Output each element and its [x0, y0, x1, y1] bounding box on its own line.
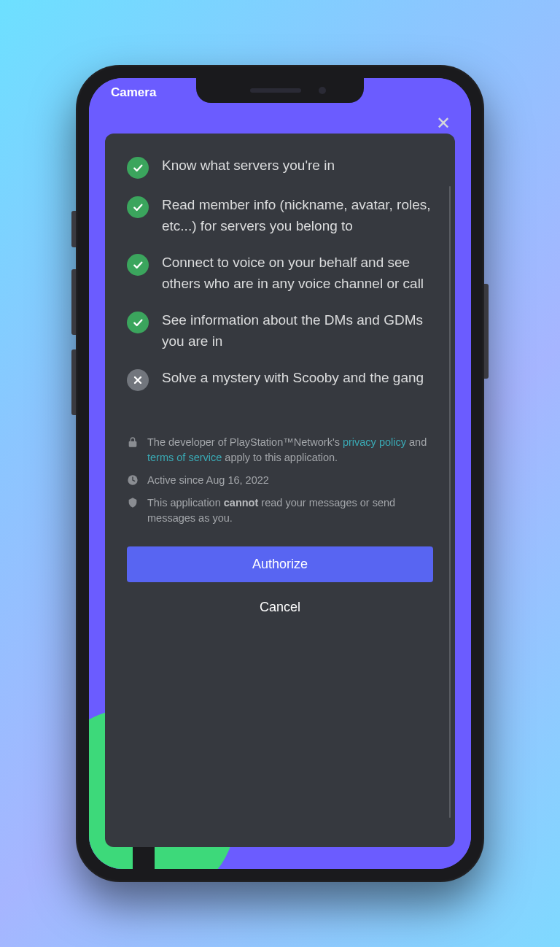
- permission-item: See information about the DMs and GDMs y…: [127, 310, 433, 352]
- close-icon[interactable]: ✕: [436, 113, 451, 134]
- policy-text: The developer of PlayStation™Network's p…: [147, 435, 433, 465]
- policy-mid: and: [406, 436, 427, 448]
- permission-item: Solve a mystery with Scooby and the gang: [127, 368, 433, 391]
- phone-side-button: [71, 269, 76, 335]
- phone-frame: Camera ✕ Know what servers you're in Rea…: [76, 65, 484, 882]
- permission-text: Know what servers you're in: [162, 155, 433, 177]
- permission-text: See information about the DMs and GDMs y…: [162, 310, 433, 352]
- active-text: Active since Aug 16, 2022: [147, 473, 433, 488]
- x-icon: [127, 369, 149, 391]
- check-icon: [127, 254, 149, 276]
- cancel-button[interactable]: Cancel: [127, 590, 433, 625]
- permission-text: Connect to voice on your behalf and see …: [162, 252, 433, 294]
- phone-screen: Camera ✕ Know what servers you're in Rea…: [89, 78, 471, 869]
- header-title: Camera: [111, 85, 156, 100]
- phone-notch: [196, 78, 364, 103]
- privacy-policy-link[interactable]: privacy policy: [343, 436, 406, 448]
- security-prefix: This application: [147, 497, 224, 509]
- scrollbar[interactable]: [449, 186, 451, 818]
- button-group: Authorize Cancel: [127, 546, 433, 625]
- permission-text: Solve a mystery with Scooby and the gang: [162, 368, 433, 389]
- policy-suffix: apply to this application.: [222, 452, 338, 463]
- terms-of-service-link[interactable]: terms of service: [147, 452, 222, 463]
- security-strong: cannot: [224, 497, 259, 509]
- footer-info: The developer of PlayStation™Network's p…: [127, 429, 433, 533]
- phone-side-button: [484, 284, 489, 379]
- authorize-modal: Know what servers you're in Read member …: [105, 134, 455, 847]
- phone-side-button: [71, 349, 76, 415]
- info-row-security: This application cannot read your messag…: [127, 495, 433, 526]
- permission-text: Read member info (nickname, avatar, role…: [162, 195, 433, 236]
- phone-side-button: [71, 211, 76, 247]
- authorize-button[interactable]: Authorize: [127, 546, 433, 582]
- policy-prefix: The developer of PlayStation™Network's: [147, 436, 343, 448]
- shield-icon: [127, 497, 139, 509]
- clock-icon: [127, 474, 139, 486]
- permission-list: Know what servers you're in Read member …: [127, 155, 433, 407]
- permission-item: Connect to voice on your behalf and see …: [127, 252, 433, 294]
- info-row-active: Active since Aug 16, 2022: [127, 473, 433, 488]
- permission-item: Know what servers you're in: [127, 155, 433, 179]
- permission-item: Read member info (nickname, avatar, role…: [127, 195, 433, 236]
- info-row-policy: The developer of PlayStation™Network's p…: [127, 435, 433, 465]
- security-text: This application cannot read your messag…: [147, 495, 433, 526]
- check-icon: [127, 312, 149, 333]
- check-icon: [127, 157, 149, 179]
- check-icon: [127, 196, 149, 218]
- lock-icon: [127, 436, 139, 448]
